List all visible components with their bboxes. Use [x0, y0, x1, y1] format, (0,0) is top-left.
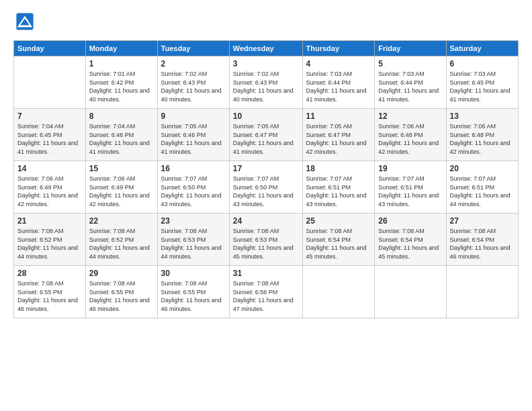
day-number: 22	[89, 216, 154, 226]
calendar-cell: 24Sunrise: 7:08 AMSunset: 6:53 PMDayligh…	[229, 214, 302, 266]
calendar-cell: 11Sunrise: 7:05 AMSunset: 6:47 PMDayligh…	[302, 109, 375, 161]
day-info: Sunrise: 7:08 AMSunset: 6:54 PMDaylight:…	[306, 228, 367, 260]
calendar-cell: 23Sunrise: 7:08 AMSunset: 6:53 PMDayligh…	[157, 214, 229, 266]
calendar-cell: 25Sunrise: 7:08 AMSunset: 6:54 PMDayligh…	[302, 214, 375, 266]
calendar-cell: 19Sunrise: 7:07 AMSunset: 6:51 PMDayligh…	[375, 161, 446, 214]
day-info: Sunrise: 7:04 AMSunset: 6:45 PMDaylight:…	[17, 123, 78, 155]
calendar-cell: 14Sunrise: 7:06 AMSunset: 6:49 PMDayligh…	[14, 161, 86, 214]
calendar-cell: 12Sunrise: 7:06 AMSunset: 6:48 PMDayligh…	[375, 109, 446, 161]
calendar-cell: 9Sunrise: 7:05 AMSunset: 6:46 PMDaylight…	[157, 109, 229, 161]
day-info: Sunrise: 7:08 AMSunset: 6:56 PMDaylight:…	[233, 280, 294, 312]
day-number: 6	[450, 59, 515, 68]
day-number: 5	[378, 59, 442, 68]
day-info: Sunrise: 7:07 AMSunset: 6:51 PMDaylight:…	[450, 175, 511, 208]
day-info: Sunrise: 7:08 AMSunset: 6:52 PMDaylight:…	[89, 228, 150, 260]
day-info: Sunrise: 7:08 AMSunset: 6:55 PMDaylight:…	[89, 280, 150, 312]
day-number: 31	[233, 269, 299, 278]
calendar-cell: 20Sunrise: 7:07 AMSunset: 6:51 PMDayligh…	[446, 161, 519, 214]
day-info: Sunrise: 7:02 AMSunset: 6:43 PMDaylight:…	[161, 71, 222, 103]
calendar-cell: 7Sunrise: 7:04 AMSunset: 6:45 PMDaylight…	[14, 109, 86, 161]
calendar-cell: 1Sunrise: 7:01 AMSunset: 6:42 PMDaylight…	[85, 56, 157, 109]
day-info: Sunrise: 7:06 AMSunset: 6:49 PMDaylight:…	[89, 175, 150, 208]
calendar-cell	[446, 266, 519, 318]
day-info: Sunrise: 7:05 AMSunset: 6:47 PMDaylight:…	[233, 123, 294, 155]
day-number: 12	[378, 111, 442, 121]
day-info: Sunrise: 7:08 AMSunset: 6:52 PMDaylight:…	[17, 228, 78, 260]
calendar-cell: 13Sunrise: 7:06 AMSunset: 6:48 PMDayligh…	[446, 109, 519, 161]
day-number: 26	[378, 216, 442, 226]
day-number: 10	[233, 111, 299, 121]
day-info: Sunrise: 7:03 AMSunset: 6:45 PMDaylight:…	[450, 71, 511, 103]
day-number: 13	[450, 111, 515, 121]
logo-icon	[15, 12, 34, 31]
day-number: 19	[378, 164, 442, 173]
day-number: 27	[450, 216, 515, 226]
day-header-saturday: Saturday	[446, 41, 519, 56]
day-info: Sunrise: 7:07 AMSunset: 6:51 PMDaylight:…	[378, 175, 439, 208]
day-info: Sunrise: 7:07 AMSunset: 6:51 PMDaylight:…	[306, 175, 367, 208]
day-header-monday: Monday	[85, 41, 157, 56]
calendar-cell: 4Sunrise: 7:03 AMSunset: 6:44 PMDaylight…	[302, 56, 375, 109]
day-number: 1	[89, 59, 154, 68]
day-info: Sunrise: 7:06 AMSunset: 6:48 PMDaylight:…	[378, 123, 439, 155]
calendar-cell: 17Sunrise: 7:07 AMSunset: 6:50 PMDayligh…	[229, 161, 302, 214]
day-number: 30	[161, 269, 226, 278]
day-number: 4	[306, 59, 371, 68]
day-number: 8	[89, 111, 154, 121]
calendar-cell: 18Sunrise: 7:07 AMSunset: 6:51 PMDayligh…	[302, 161, 375, 214]
calendar-cell: 10Sunrise: 7:05 AMSunset: 6:47 PMDayligh…	[229, 109, 302, 161]
day-header-thursday: Thursday	[302, 41, 375, 56]
logo	[13, 12, 34, 34]
day-number: 25	[306, 216, 371, 226]
day-header-friday: Friday	[375, 41, 446, 56]
day-number: 15	[89, 164, 154, 173]
day-header-tuesday: Tuesday	[157, 41, 229, 56]
calendar-cell: 2Sunrise: 7:02 AMSunset: 6:43 PMDaylight…	[157, 56, 229, 109]
calendar-page: SundayMondayTuesdayWednesdayThursdayFrid…	[0, 0, 532, 326]
day-info: Sunrise: 7:07 AMSunset: 6:50 PMDaylight:…	[233, 175, 294, 208]
day-number: 2	[161, 59, 226, 68]
calendar-cell: 3Sunrise: 7:02 AMSunset: 6:43 PMDaylight…	[229, 56, 302, 109]
day-number: 24	[233, 216, 299, 226]
calendar-cell: 22Sunrise: 7:08 AMSunset: 6:52 PMDayligh…	[85, 214, 157, 266]
day-info: Sunrise: 7:08 AMSunset: 6:53 PMDaylight:…	[161, 228, 222, 260]
day-info: Sunrise: 7:06 AMSunset: 6:49 PMDaylight:…	[17, 175, 78, 208]
calendar-cell	[14, 56, 86, 109]
calendar-header: SundayMondayTuesdayWednesdayThursdayFrid…	[14, 41, 519, 56]
day-number: 20	[450, 164, 515, 173]
day-number: 9	[161, 111, 226, 121]
day-number: 11	[306, 111, 371, 121]
day-header-sunday: Sunday	[14, 41, 86, 56]
calendar-cell: 26Sunrise: 7:08 AMSunset: 6:54 PMDayligh…	[375, 214, 446, 266]
day-number: 18	[306, 164, 371, 173]
calendar-cell: 27Sunrise: 7:08 AMSunset: 6:54 PMDayligh…	[446, 214, 519, 266]
day-number: 7	[17, 111, 82, 121]
day-info: Sunrise: 7:08 AMSunset: 6:55 PMDaylight:…	[17, 280, 78, 312]
day-number: 3	[233, 59, 299, 68]
day-info: Sunrise: 7:07 AMSunset: 6:50 PMDaylight:…	[161, 175, 222, 208]
calendar-cell: 30Sunrise: 7:08 AMSunset: 6:55 PMDayligh…	[157, 266, 229, 318]
calendar-cell: 15Sunrise: 7:06 AMSunset: 6:49 PMDayligh…	[85, 161, 157, 214]
day-number: 16	[161, 164, 226, 173]
calendar-cell	[375, 266, 446, 318]
calendar-cell: 31Sunrise: 7:08 AMSunset: 6:56 PMDayligh…	[229, 266, 302, 318]
day-info: Sunrise: 7:04 AMSunset: 6:46 PMDaylight:…	[89, 123, 150, 155]
day-info: Sunrise: 7:01 AMSunset: 6:42 PMDaylight:…	[89, 71, 150, 103]
calendar-table: SundayMondayTuesdayWednesdayThursdayFrid…	[13, 40, 519, 318]
calendar-cell: 29Sunrise: 7:08 AMSunset: 6:55 PMDayligh…	[85, 266, 157, 318]
day-info: Sunrise: 7:08 AMSunset: 6:53 PMDaylight:…	[233, 228, 294, 260]
day-info: Sunrise: 7:08 AMSunset: 6:54 PMDaylight:…	[450, 228, 511, 260]
day-number: 14	[17, 164, 82, 173]
day-number: 21	[17, 216, 82, 226]
calendar-cell: 21Sunrise: 7:08 AMSunset: 6:52 PMDayligh…	[14, 214, 86, 266]
day-info: Sunrise: 7:06 AMSunset: 6:48 PMDaylight:…	[450, 123, 511, 155]
day-info: Sunrise: 7:05 AMSunset: 6:46 PMDaylight:…	[161, 123, 222, 155]
calendar-cell: 5Sunrise: 7:03 AMSunset: 6:44 PMDaylight…	[375, 56, 446, 109]
day-info: Sunrise: 7:03 AMSunset: 6:44 PMDaylight:…	[378, 71, 439, 103]
day-header-wednesday: Wednesday	[229, 41, 302, 56]
day-number: 17	[233, 164, 299, 173]
day-info: Sunrise: 7:02 AMSunset: 6:43 PMDaylight:…	[233, 71, 294, 103]
calendar-cell: 16Sunrise: 7:07 AMSunset: 6:50 PMDayligh…	[157, 161, 229, 214]
calendar-cell	[302, 266, 375, 318]
day-info: Sunrise: 7:08 AMSunset: 6:55 PMDaylight:…	[161, 280, 222, 312]
